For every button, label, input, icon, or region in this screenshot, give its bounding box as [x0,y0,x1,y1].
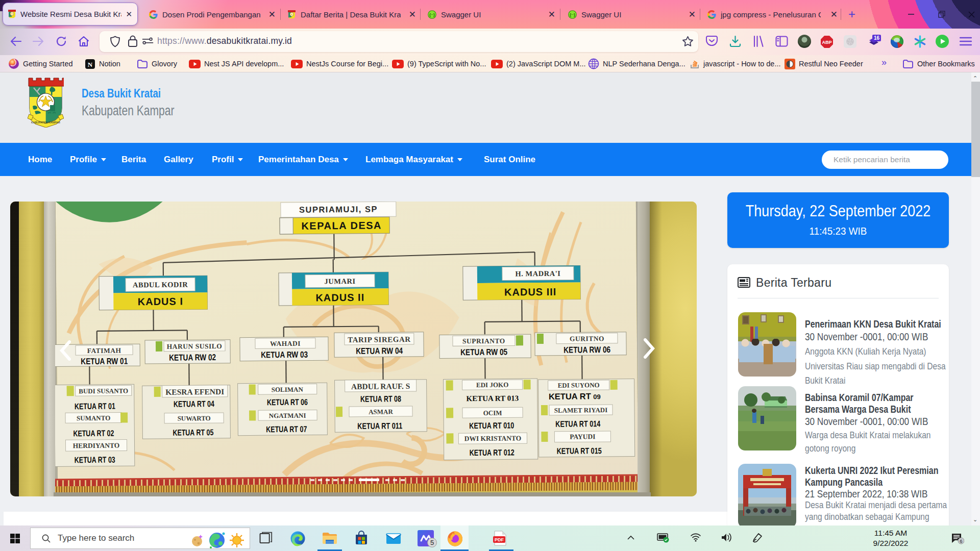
svg-text:H. MADRA'I: H. MADRA'I [515,269,560,278]
svg-text:WAHADI: WAHADI [270,340,301,347]
svg-text:KETUA RT 014: KETUA RT 014 [555,419,601,429]
svg-text:ASMAR: ASMAR [369,408,393,415]
svg-text:KETUA RW 02: KETUA RW 02 [169,353,216,363]
svg-text:TARIP SIREGAR: TARIP SIREGAR [348,335,410,344]
svg-text:{··}: {··} [429,12,435,17]
svg-text:OCIM: OCIM [483,409,502,417]
svg-text:KETUA RT 013: KETUA RT 013 [466,394,519,403]
svg-text:BUDI SUSANTO: BUDI SUSANTO [79,387,128,395]
svg-text:KADUS III: KADUS III [504,286,557,298]
svg-text:KETUA RW 06: KETUA RW 06 [564,345,610,355]
svg-text:EDI JOKO: EDI JOKO [476,381,508,389]
svg-text:KETUA RT 015: KETUA RT 015 [557,446,602,456]
svg-text:N: N [88,60,93,68]
svg-text:GURITNO: GURITNO [570,335,604,343]
svg-text:KETUA RT 09: KETUA RT 09 [549,391,601,401]
svg-text:HERDIYANTO: HERDIYANTO [73,442,120,450]
svg-text:PAYUDI: PAYUDI [570,433,595,440]
svg-text:SUMANTO: SUMANTO [77,414,110,422]
svg-text:KETUA RT 07: KETUA RT 07 [266,424,307,434]
svg-text:KETUA RT 06: KETUA RT 06 [267,397,308,407]
svg-text:HARUN SUSILO: HARUN SUSILO [167,342,223,350]
svg-text:KETUA RT 012: KETUA RT 012 [470,447,514,457]
svg-text:SUPRIANTO: SUPRIANTO [462,337,505,345]
svg-text:SUPRIAMUJI, SP: SUPRIAMUJI, SP [299,205,378,214]
svg-text:KADUS II: KADUS II [315,292,364,304]
svg-text:KEPALA DESA: KEPALA DESA [301,219,382,231]
svg-text:FATIMAH: FATIMAH [87,346,121,355]
svg-text:KETUA RW 01: KETUA RW 01 [81,356,128,366]
svg-text:KETUA RT 04: KETUA RT 04 [174,399,215,409]
svg-text:KETUA RT 02: KETUA RT 02 [73,429,114,438]
svg-text:KABUPATEN KAMPAR: KABUPATEN KAMPAR [31,121,60,124]
svg-text:SUWARTO: SUWARTO [178,414,211,422]
svg-text:KETUA RT 05: KETUA RT 05 [173,428,213,437]
svg-text:ABP: ABP [822,40,831,45]
svg-text:KADUS I: KADUS I [138,296,183,308]
svg-text:NGATMANI: NGATMANI [269,412,306,420]
svg-text:PDF: PDF [495,537,504,542]
svg-text:16: 16 [874,35,880,41]
svg-text:KETUA RT 03: KETUA RT 03 [75,455,115,465]
svg-text:KETUA RT 011: KETUA RT 011 [357,421,402,431]
svg-text:ABDUL RAUF. S: ABDUL RAUF. S [351,382,410,391]
svg-text:ABDUL KODIR: ABDUL KODIR [133,280,188,289]
svg-text:SOLIMAN: SOLIMAN [272,386,304,393]
svg-text:KETUA RT 010: KETUA RT 010 [469,420,514,430]
svg-text:{··}: {··} [570,12,575,17]
svg-text:KETUA RW 03: KETUA RW 03 [261,350,308,360]
svg-text:KETUA RT 01: KETUA RT 01 [75,402,115,411]
svg-text:JUMARI: JUMARI [324,277,355,285]
svg-text:EDI SUYONO: EDI SUYONO [558,381,600,389]
svg-text:DWI KRISTANTO: DWI KRISTANTO [464,434,522,442]
svg-text:SLAMET RIYADI: SLAMET RIYADI [554,406,608,414]
svg-text:KETUA RW 05: KETUA RW 05 [460,347,507,358]
svg-text:KETUA RT 08: KETUA RT 08 [360,394,401,404]
svg-text:6: 6 [960,538,962,544]
svg-text:KETUA RW 04: KETUA RW 04 [356,346,403,356]
svg-text:KESRA EFENDI: KESRA EFENDI [165,387,224,396]
